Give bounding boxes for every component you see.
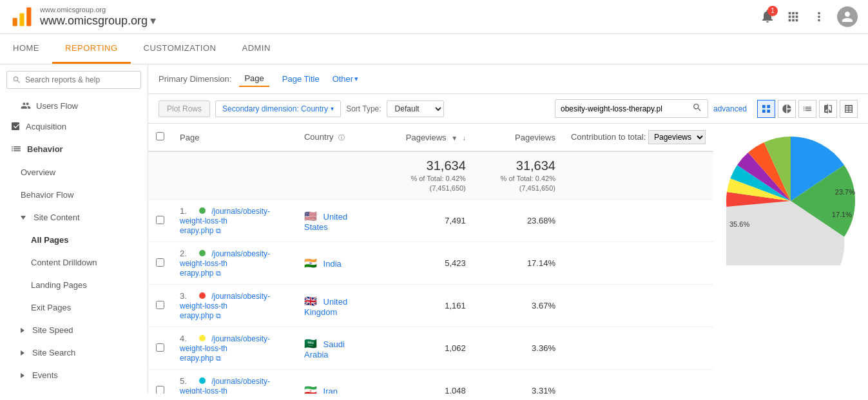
sidebar-item-site-content[interactable]: Site Content (0, 206, 148, 229)
dim-other-label: Other (333, 74, 354, 84)
sidebar-item-landing-pages[interactable]: Landing Pages (0, 274, 148, 296)
header-pageviews1[interactable]: Pageviews ▼ ↓ (377, 124, 474, 151)
tab-admin[interactable]: ADMIN (229, 34, 283, 64)
row-country: 🇸🇦 Saudi Arabia (296, 327, 377, 370)
sidebar-item-site-speed[interactable]: Site Speed (0, 319, 148, 341)
sidebar-item-exit-pages[interactable]: Exit Pages (0, 296, 148, 319)
users-flow-icon (21, 100, 31, 111)
dropdown-arrow[interactable]: ▾ (150, 14, 156, 28)
sidebar-item-acquisition[interactable]: Acquisition (0, 116, 148, 137)
row-pct: 17.14% (474, 242, 563, 285)
site-info: www.omicsgroup.org www.omicsgroup.org ▾ (40, 6, 156, 28)
grid-view-icon[interactable] (757, 100, 775, 118)
page-link[interactable]: /journals/obesity-weight-loss-therapy.ph… (180, 334, 270, 363)
pie-view-icon[interactable] (778, 100, 796, 118)
events-label: Events (32, 370, 58, 380)
avatar[interactable] (837, 6, 858, 27)
row-color-dot (199, 207, 206, 214)
table-row: 1. /journals/obesity-weight-loss-therapy… (148, 200, 713, 242)
sidebar-item-site-search[interactable]: Site Search (0, 341, 148, 364)
row-checkbox[interactable] (156, 216, 164, 224)
sidebar-item-content-drilldown[interactable]: Content Drilldown (0, 251, 148, 274)
table-view-icon[interactable] (840, 100, 858, 118)
row-pageviews: 5,423 (377, 242, 474, 285)
pie-labels: 23.7% 35.6% 17.1% (726, 149, 862, 265)
toolbar: Plot Rows Secondary dimension: Country ▾… (148, 94, 868, 124)
summary-pageviews2: 31,634 % of Total: 0.42% (7,451,650) (474, 151, 563, 200)
list-view-icon[interactable] (798, 100, 816, 118)
dim-page-title-btn[interactable]: Page Title (277, 71, 325, 86)
header-pageviews2: Pageviews (474, 124, 563, 151)
country-info-icon[interactable]: ⓘ (338, 134, 345, 141)
advanced-link[interactable]: advanced (713, 104, 747, 113)
table-section: Page Country ⓘ Pageviews ▼ ↓ (148, 124, 713, 394)
page-link-icon[interactable]: ⧉ (216, 312, 221, 319)
summary-row: 31,634 % of Total: 0.42% (7,451,650) 31,… (148, 151, 713, 200)
sidebar-item-behavior[interactable]: Behavior (0, 137, 148, 161)
summary-pageviews1: 31,634 % of Total: 0.42% (7,451,650) (377, 151, 474, 200)
tab-customization[interactable]: CUSTOMIZATION (131, 34, 229, 64)
tab-home[interactable]: HOME (0, 34, 52, 64)
sidebar-search-container (0, 64, 148, 95)
svg-rect-0 (13, 18, 17, 26)
users-flow-label: Users Flow (36, 101, 78, 111)
site-speed-label: Site Speed (32, 325, 73, 335)
select-all-checkbox[interactable] (156, 132, 164, 140)
search-submit-icon[interactable] (692, 102, 702, 115)
secondary-dim-label: Secondary dimension: Country (222, 104, 328, 113)
row-checkbox[interactable] (156, 258, 164, 267)
sidebar-item-overview[interactable]: Overview (0, 161, 148, 184)
nav-tabs: HOME REPORTING CUSTOMIZATION ADMIN (0, 34, 868, 64)
row-pct: 3.36% (474, 327, 563, 370)
sidebar-item-events[interactable]: Events (0, 364, 148, 386)
page-link-icon[interactable]: ⧉ (216, 269, 221, 277)
site-content-arrow (21, 216, 26, 220)
pageviews-sort-icon[interactable]: ▼ (451, 135, 458, 142)
table-row: 5. /journals/obesity-weight-loss-therapy… (148, 370, 713, 394)
page-link[interactable]: /journals/obesity-weight-loss-therapy.ph… (180, 292, 270, 320)
secondary-dimension-button[interactable]: Secondary dimension: Country ▾ (215, 100, 341, 117)
site-speed-arrow (21, 328, 24, 333)
sidebar-item-users-flow[interactable]: Users Flow (0, 95, 148, 116)
row-color-dot (199, 335, 206, 341)
pageviews-sort-icon2[interactable]: ↓ (463, 135, 466, 142)
search-field[interactable] (561, 104, 690, 113)
contribution-select[interactable]: Pageviews (648, 130, 706, 144)
row-checkbox[interactable] (156, 301, 164, 309)
page-link-icon[interactable]: ⧉ (216, 354, 221, 362)
svg-rect-1 (19, 14, 24, 26)
events-arrow (21, 373, 24, 378)
acquisition-label: Acquisition (26, 122, 66, 131)
page-link[interactable]: /journals/obesity-weight-loss-therapy.ph… (180, 377, 270, 394)
overview-label: Overview (21, 167, 55, 177)
notif-badge: 1 (767, 6, 778, 16)
sort-type-select[interactable]: Default Weighted (387, 100, 444, 117)
plot-rows-button[interactable]: Plot Rows (159, 100, 210, 117)
table-row: 3. /journals/obesity-weight-loss-therapy… (148, 285, 713, 327)
sidebar-item-all-pages[interactable]: All Pages (0, 229, 148, 251)
sort-type-label: Sort Type: (346, 104, 381, 113)
dim-page-btn[interactable]: Page (239, 71, 269, 87)
more-icon[interactable] (811, 9, 827, 24)
row-page: 5. /journals/obesity-weight-loss-therapy… (172, 370, 296, 394)
search-input[interactable] (6, 71, 141, 89)
page-link[interactable]: /journals/obesity-weight-loss-therapy.ph… (180, 207, 270, 235)
apps-grid-icon[interactable] (786, 9, 801, 24)
compare-view-icon[interactable] (819, 100, 837, 118)
dim-other-btn[interactable]: Other ▾ (333, 74, 359, 84)
ga-logo (10, 5, 34, 28)
tab-reporting[interactable]: REPORTING (52, 34, 131, 64)
sidebar-item-behavior-flow[interactable]: Behavior Flow (0, 184, 148, 206)
row-page: 4. /journals/obesity-weight-loss-therapy… (172, 327, 296, 370)
landing-pages-label: Landing Pages (31, 280, 87, 290)
page-link-icon[interactable]: ⧉ (216, 227, 221, 234)
row-checkbox[interactable] (156, 386, 164, 394)
row-country: 🇮🇷 Iran (296, 370, 377, 394)
pie-label-other: 35.6% (729, 220, 749, 228)
site-url-small: www.omicsgroup.org (40, 6, 156, 14)
page-link[interactable]: /journals/obesity-weight-loss-therapy.ph… (180, 249, 270, 278)
sidebar: Users Flow Acquisition Behavior Overview… (0, 64, 148, 394)
row-checkbox[interactable] (156, 343, 164, 352)
notification-icon[interactable]: 1 (760, 8, 775, 26)
row-page: 1. /journals/obesity-weight-loss-therapy… (172, 200, 296, 242)
